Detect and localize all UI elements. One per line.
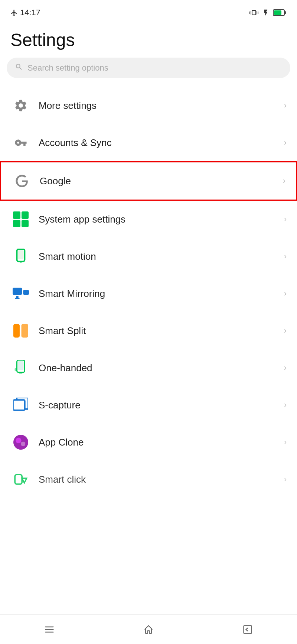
one-handed-chevron: › [284, 363, 287, 373]
clock-display: 14:17 [20, 8, 40, 17]
smart-mirroring-icon [10, 283, 31, 304]
svg-point-19 [21, 441, 25, 446]
app-clone-icon [10, 432, 31, 453]
accounts-sync-label: Accounts & Sync [39, 137, 284, 149]
settings-item-smart-motion[interactable]: Smart motion › [0, 238, 297, 275]
settings-item-more-settings[interactable]: More settings › [0, 87, 297, 124]
svg-rect-13 [18, 361, 24, 370]
svg-rect-15 [15, 368, 17, 371]
smart-click-icon [10, 469, 31, 490]
search-container[interactable]: Search setting options [7, 58, 290, 78]
smart-split-label: Smart Split [39, 325, 284, 337]
more-settings-icon [10, 95, 31, 116]
battery-icon [273, 9, 287, 16]
svg-rect-24 [244, 625, 251, 633]
settings-item-system-app[interactable]: System app settings › [0, 201, 297, 238]
status-icons-group [249, 8, 287, 17]
svg-rect-4 [18, 250, 24, 259]
svg-rect-14 [19, 372, 23, 373]
settings-item-google[interactable]: Google › [0, 161, 297, 201]
svg-rect-1 [284, 11, 286, 14]
svg-rect-10 [13, 324, 20, 338]
svg-rect-8 [16, 296, 18, 298]
accounts-sync-chevron: › [284, 138, 287, 148]
s-capture-chevron: › [284, 400, 287, 410]
svg-rect-6 [13, 288, 22, 295]
settings-item-app-clone[interactable]: App Clone › [0, 424, 297, 461]
app-clone-label: App Clone [39, 437, 284, 448]
search-bar[interactable]: Search setting options [7, 58, 290, 78]
nav-back-button[interactable] [233, 620, 262, 639]
svg-rect-16 [13, 400, 25, 410]
settings-item-smart-click[interactable]: Smart click › [0, 461, 297, 498]
settings-item-accounts-sync[interactable]: Accounts & Sync › [0, 124, 297, 161]
system-app-label: System app settings [39, 214, 284, 225]
google-label: Google [40, 175, 283, 187]
smart-motion-icon [10, 246, 31, 267]
nav-bar [0, 614, 297, 644]
smart-mirroring-label: Smart Mirroring [39, 288, 284, 300]
smart-split-chevron: › [284, 326, 287, 336]
svg-point-18 [16, 438, 21, 443]
s-capture-label: S-capture [39, 399, 284, 411]
nav-menu-button[interactable] [35, 620, 64, 639]
flash-icon [262, 9, 270, 16]
settings-item-smart-mirroring[interactable]: Smart Mirroring › [0, 275, 297, 312]
vibrate-icon [249, 8, 258, 17]
settings-item-s-capture[interactable]: S-capture › [0, 386, 297, 424]
app-clone-chevron: › [284, 437, 287, 447]
settings-item-smart-split[interactable]: Smart Split › [0, 312, 297, 349]
google-chevron: › [283, 176, 285, 186]
airplane-icon [10, 9, 18, 16]
smart-motion-chevron: › [284, 252, 287, 261]
smart-split-icon [10, 320, 31, 341]
one-handed-icon [10, 357, 31, 378]
google-icon [12, 171, 32, 191]
svg-rect-20 [15, 475, 22, 484]
svg-rect-5 [20, 262, 22, 263]
page-title: Settings [0, 22, 297, 58]
accounts-sync-icon [10, 132, 31, 153]
settings-item-one-handed[interactable]: One-handed › [0, 349, 297, 386]
nav-home-button[interactable] [134, 620, 163, 639]
settings-list: More settings › Accounts & Sync › Google… [0, 87, 297, 498]
status-time-area: 14:17 [10, 8, 40, 17]
more-settings-label: More settings [39, 100, 284, 111]
svg-rect-11 [22, 324, 28, 338]
svg-rect-2 [274, 10, 281, 15]
status-bar: 14:17 [0, 0, 297, 22]
smart-mirroring-chevron: › [284, 289, 287, 298]
system-app-chevron: › [284, 214, 287, 224]
smart-motion-label: Smart motion [39, 251, 284, 262]
s-capture-icon [10, 395, 31, 415]
smart-click-label: Smart click [39, 474, 284, 485]
one-handed-label: One-handed [39, 362, 284, 374]
more-settings-chevron: › [284, 101, 287, 110]
smart-click-chevron: › [284, 475, 287, 484]
search-placeholder-text: Search setting options [27, 63, 108, 73]
system-app-icon [10, 209, 31, 230]
svg-rect-9 [15, 298, 20, 299]
svg-rect-7 [23, 290, 29, 295]
